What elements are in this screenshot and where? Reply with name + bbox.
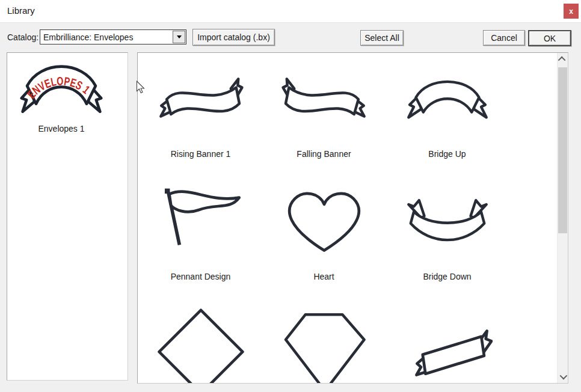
- gem-shape-icon: [280, 310, 367, 384]
- design-item-rising-banner[interactable]: Rising Banner 1: [139, 58, 262, 180]
- catalog-item-envelopes-1[interactable]: ENVELOPES 1 Envelopes 1: [7, 58, 128, 133]
- window-title: Library: [7, 5, 35, 16]
- design-label: Pennant Design: [139, 272, 262, 281]
- envelopes-thumbnail: ENVELOPES 1: [19, 58, 103, 120]
- catalog-list-panel: ENVELOPES 1 Envelopes 1: [7, 52, 128, 381]
- design-item-bridge-down[interactable]: Bridge Down: [386, 180, 509, 303]
- triangle-down-icon: [177, 35, 182, 38]
- combobox-arrow-button[interactable]: [173, 31, 185, 43]
- design-item-gem[interactable]: [262, 303, 386, 384]
- bridge-up-shape-icon: [405, 72, 490, 127]
- import-catalog-button[interactable]: Import catalog (.bx): [192, 29, 275, 46]
- pennant-shape-icon: [156, 184, 246, 249]
- design-grid-panel: Rising Banner 1 Falling Banner Bridge Up…: [137, 52, 568, 384]
- design-item-bridge-up[interactable]: Bridge Up: [386, 58, 509, 180]
- catalog-label: Catalog:: [7, 32, 38, 42]
- heart-shape-icon: [279, 185, 369, 256]
- falling-banner-shape-icon: [279, 76, 369, 124]
- library-dialog: Library x Catalog: Embrilliance: Envelop…: [0, 0, 581, 392]
- design-item-falling-banner[interactable]: Falling Banner: [262, 58, 386, 180]
- design-label: Bridge Down: [386, 272, 509, 281]
- slanted-banner-shape-icon: [402, 316, 493, 381]
- titlebar: Library x: [0, 0, 581, 23]
- cancel-button[interactable]: Cancel: [483, 30, 525, 46]
- scroll-down-button[interactable]: [558, 372, 568, 382]
- close-button[interactable]: x: [564, 4, 579, 19]
- design-item-diamond[interactable]: [139, 303, 262, 384]
- design-item-slanted-banner[interactable]: [386, 303, 509, 384]
- rising-banner-shape-icon: [156, 76, 246, 124]
- select-all-button[interactable]: Select All: [360, 30, 404, 46]
- scrollbar-thumb[interactable]: [558, 67, 567, 233]
- design-label: Heart: [262, 272, 386, 281]
- mouse-cursor: [136, 81, 145, 94]
- catalog-select[interactable]: Embrilliance: Envelopes: [40, 29, 186, 44]
- scrollbar[interactable]: [557, 53, 568, 383]
- chevron-down-icon: [560, 372, 568, 380]
- chevron-up-icon: [558, 57, 566, 64]
- catalog-select-value: Embrilliance: Envelopes: [43, 32, 133, 42]
- x-icon: x: [569, 7, 573, 16]
- bridge-down-shape-icon: [405, 196, 490, 251]
- design-label: Falling Banner: [262, 149, 386, 159]
- design-label: Rising Banner 1: [139, 149, 262, 159]
- ok-button[interactable]: OK: [528, 30, 571, 46]
- design-item-pennant[interactable]: Pennant Design: [139, 180, 262, 303]
- scroll-up-button[interactable]: [558, 54, 568, 64]
- design-item-heart[interactable]: Heart: [262, 180, 386, 303]
- catalog-item-label: Envelopes 1: [16, 124, 106, 133]
- diamond-shape-icon: [156, 307, 246, 384]
- design-label: Bridge Up: [386, 149, 509, 159]
- design-grid: Rising Banner 1 Falling Banner Bridge Up…: [139, 53, 559, 384]
